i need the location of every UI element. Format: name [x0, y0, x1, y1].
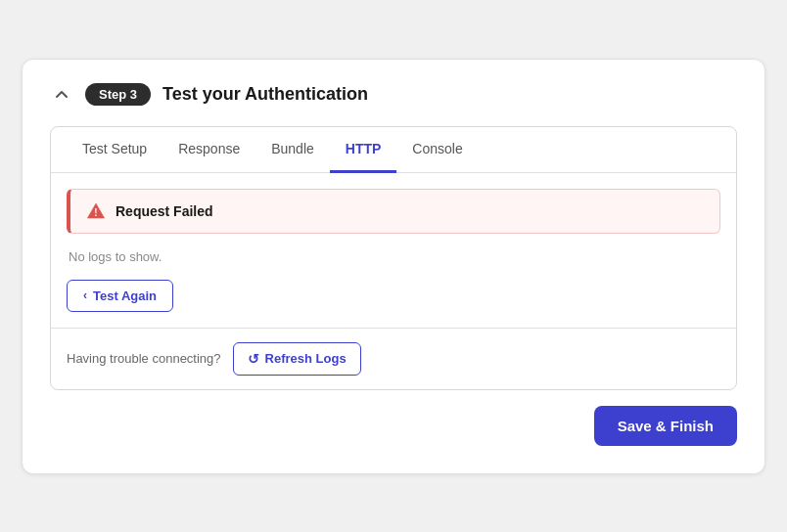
tab-console[interactable]: Console [396, 127, 478, 173]
inner-card: Test Setup Response Bundle HTTP Console … [50, 126, 737, 390]
warning-icon: ! [86, 201, 106, 221]
request-failed-banner: ! Request Failed [67, 189, 720, 234]
chevron-left-icon: ‹ [83, 288, 87, 302]
step-badge: Step 3 [85, 83, 151, 106]
refresh-icon: ↺ [248, 351, 259, 367]
test-again-label: Test Again [93, 288, 157, 303]
step-header: Step 3 Test your Authentication [50, 83, 737, 107]
step-card: Step 3 Test your Authentication Test Set… [22, 59, 765, 474]
tabs-bar: Test Setup Response Bundle HTTP Console [51, 127, 736, 173]
tab-content: ! Request Failed No logs to show. ‹ Test… [51, 173, 736, 328]
trouble-text: Having trouble connecting? [67, 351, 221, 366]
refresh-logs-label: Refresh Logs [265, 351, 347, 366]
footer-bar: Save & Finish [50, 406, 737, 446]
save-finish-label: Save & Finish [618, 418, 714, 434]
tab-test-setup[interactable]: Test Setup [67, 127, 162, 173]
refresh-logs-button[interactable]: ↺ Refresh Logs [233, 342, 361, 376]
no-logs-text: No logs to show. [67, 249, 720, 264]
tab-response[interactable]: Response [162, 127, 255, 173]
bottom-bar: Having trouble connecting? ↺ Refresh Log… [51, 328, 736, 389]
svg-text:!: ! [94, 207, 97, 218]
test-again-button[interactable]: ‹ Test Again [67, 280, 173, 312]
collapse-button[interactable] [50, 83, 73, 107]
tab-http[interactable]: HTTP [330, 127, 397, 173]
tab-bundle[interactable]: Bundle [255, 127, 330, 173]
step-title: Test your Authentication [162, 84, 368, 105]
request-failed-text: Request Failed [116, 203, 213, 219]
save-finish-button[interactable]: Save & Finish [594, 406, 737, 446]
